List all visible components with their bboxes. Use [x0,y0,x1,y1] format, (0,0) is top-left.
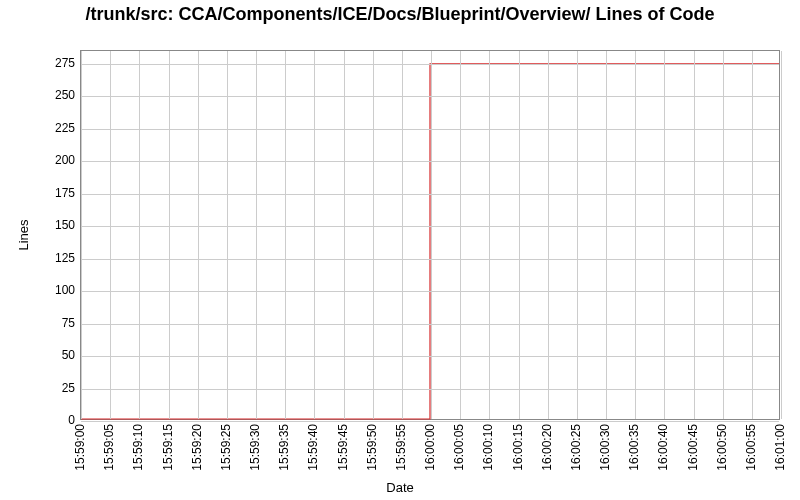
x-tick-label: 16:00:55 [744,424,758,471]
y-tick-label: 75 [35,316,75,330]
gridline-v [314,51,315,419]
gridline-h [81,421,779,422]
x-tick-label: 15:59:20 [190,424,204,471]
line-series [81,51,779,419]
gridline-v [548,51,549,419]
gridline-v [694,51,695,419]
x-tick-label: 16:00:05 [452,424,466,471]
gridline-h [81,389,779,390]
gridline-h [81,129,779,130]
gridline-h [81,356,779,357]
chart-title: /trunk/src: CCA/Components/ICE/Docs/Blue… [0,4,800,26]
gridline-v [373,51,374,419]
gridline-v [489,51,490,419]
gridline-h [81,259,779,260]
plot-area [80,50,780,420]
x-tick-label: 15:59:15 [161,424,175,471]
y-tick-label: 175 [35,186,75,200]
y-tick-label: 125 [35,251,75,265]
gridline-h [81,291,779,292]
gridline-v [577,51,578,419]
gridline-v [227,51,228,419]
y-tick-label: 200 [35,153,75,167]
gridline-v [460,51,461,419]
x-tick-label: 16:00:45 [686,424,700,471]
x-tick-label: 15:59:25 [219,424,233,471]
x-tick-label: 16:00:35 [627,424,641,471]
gridline-v [752,51,753,419]
gridline-h [81,194,779,195]
y-tick-label: 275 [35,56,75,70]
x-tick-label: 15:59:50 [365,424,379,471]
x-tick-label: 15:59:45 [336,424,350,471]
y-tick-label: 50 [35,348,75,362]
x-tick-label: 15:59:40 [306,424,320,471]
gridline-v [139,51,140,419]
y-tick-label: 0 [35,413,75,427]
x-tick-label: 15:59:00 [73,424,87,471]
y-axis-label: Lines [16,219,31,250]
x-axis-label: Date [0,480,800,495]
x-tick-label: 16:00:25 [569,424,583,471]
gridline-v [664,51,665,419]
x-tick-label: 16:00:20 [540,424,554,471]
gridline-v [402,51,403,419]
gridline-h [81,324,779,325]
gridline-h [81,64,779,65]
x-tick-label: 16:00:50 [715,424,729,471]
gridline-v [723,51,724,419]
gridline-v [519,51,520,419]
x-tick-label: 15:59:55 [394,424,408,471]
x-tick-label: 16:00:15 [511,424,525,471]
gridline-h [81,226,779,227]
x-tick-label: 16:00:40 [656,424,670,471]
gridline-v [606,51,607,419]
gridline-v [781,51,782,419]
gridline-h [81,96,779,97]
gridline-v [431,51,432,419]
x-tick-label: 15:59:30 [248,424,262,471]
gridline-v [198,51,199,419]
y-tick-label: 100 [35,283,75,297]
y-tick-label: 25 [35,381,75,395]
gridline-v [169,51,170,419]
gridline-v [285,51,286,419]
x-tick-label: 15:59:35 [277,424,291,471]
y-tick-label: 225 [35,121,75,135]
gridline-v [256,51,257,419]
x-tick-label: 15:59:10 [131,424,145,471]
gridline-v [635,51,636,419]
gridline-v [110,51,111,419]
gridline-h [81,161,779,162]
x-tick-label: 16:00:10 [481,424,495,471]
x-tick-label: 15:59:05 [102,424,116,471]
x-tick-label: 16:00:00 [423,424,437,471]
x-tick-label: 16:01:00 [773,424,787,471]
gridline-v [81,51,82,419]
gridline-v [344,51,345,419]
y-tick-label: 250 [35,88,75,102]
y-tick-label: 150 [35,218,75,232]
x-tick-label: 16:00:30 [598,424,612,471]
